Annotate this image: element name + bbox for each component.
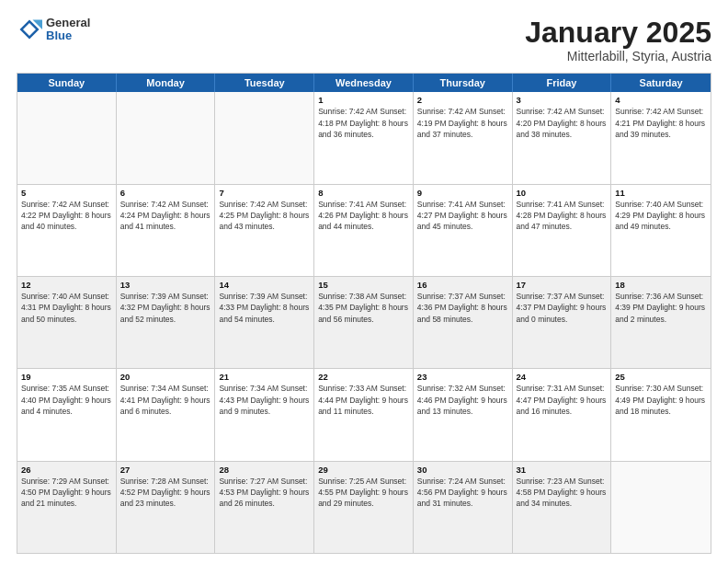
title-block: January 2025 Mitterlabill, Styria, Austr… bbox=[525, 17, 711, 63]
cell-content: Sunrise: 7:28 AM Sunset: 4:52 PM Dayligh… bbox=[120, 476, 211, 510]
calendar-header: SundayMondayTuesdayWednesdayThursdayFrid… bbox=[17, 74, 711, 92]
cell-content: Sunrise: 7:36 AM Sunset: 4:39 PM Dayligh… bbox=[615, 291, 707, 325]
calendar-cell: 13Sunrise: 7:39 AM Sunset: 4:32 PM Dayli… bbox=[117, 277, 216, 368]
day-number: 2 bbox=[417, 95, 508, 105]
calendar-cell: 14Sunrise: 7:39 AM Sunset: 4:33 PM Dayli… bbox=[215, 277, 314, 368]
day-number: 8 bbox=[318, 188, 409, 198]
calendar-cell: 26Sunrise: 7:29 AM Sunset: 4:50 PM Dayli… bbox=[17, 462, 117, 553]
cell-content: Sunrise: 7:39 AM Sunset: 4:32 PM Dayligh… bbox=[120, 291, 211, 325]
header: General Blue January 2025 Mitterlabill, … bbox=[17, 17, 711, 63]
calendar-cell: 17Sunrise: 7:37 AM Sunset: 4:37 PM Dayli… bbox=[513, 277, 612, 368]
day-number: 31 bbox=[517, 465, 608, 475]
location: Mitterlabill, Styria, Austria bbox=[525, 49, 711, 63]
calendar-cell: 18Sunrise: 7:36 AM Sunset: 4:39 PM Dayli… bbox=[611, 277, 711, 368]
day-number: 24 bbox=[517, 372, 608, 382]
cell-content: Sunrise: 7:32 AM Sunset: 4:46 PM Dayligh… bbox=[417, 383, 508, 417]
logo: General Blue bbox=[17, 17, 90, 43]
logo-general-text: General bbox=[46, 17, 90, 29]
calendar-cell: 28Sunrise: 7:27 AM Sunset: 4:53 PM Dayli… bbox=[215, 462, 314, 553]
weekday-header: Thursday bbox=[414, 74, 513, 92]
calendar-cell: 6Sunrise: 7:42 AM Sunset: 4:24 PM Daylig… bbox=[117, 185, 216, 276]
logo-blue-text: Blue bbox=[46, 29, 90, 42]
cell-content: Sunrise: 7:41 AM Sunset: 4:27 PM Dayligh… bbox=[417, 199, 508, 233]
day-number: 4 bbox=[615, 95, 707, 105]
cell-content: Sunrise: 7:35 AM Sunset: 4:40 PM Dayligh… bbox=[21, 383, 112, 417]
calendar-cell bbox=[611, 462, 711, 553]
cell-content: Sunrise: 7:37 AM Sunset: 4:37 PM Dayligh… bbox=[517, 291, 608, 325]
logo-icon bbox=[17, 17, 42, 42]
calendar-cell: 22Sunrise: 7:33 AM Sunset: 4:44 PM Dayli… bbox=[314, 369, 414, 460]
day-number: 11 bbox=[615, 188, 707, 198]
cell-content: Sunrise: 7:38 AM Sunset: 4:35 PM Dayligh… bbox=[318, 291, 409, 325]
calendar-cell: 4Sunrise: 7:42 AM Sunset: 4:21 PM Daylig… bbox=[611, 92, 711, 183]
day-number: 19 bbox=[21, 372, 112, 382]
day-number: 3 bbox=[517, 95, 608, 105]
cell-content: Sunrise: 7:34 AM Sunset: 4:43 PM Dayligh… bbox=[219, 383, 310, 417]
calendar-row: 19Sunrise: 7:35 AM Sunset: 4:40 PM Dayli… bbox=[17, 369, 711, 461]
calendar-cell: 2Sunrise: 7:42 AM Sunset: 4:19 PM Daylig… bbox=[414, 92, 513, 183]
cell-content: Sunrise: 7:30 AM Sunset: 4:49 PM Dayligh… bbox=[615, 383, 707, 417]
calendar-row: 26Sunrise: 7:29 AM Sunset: 4:50 PM Dayli… bbox=[17, 462, 711, 553]
cell-content: Sunrise: 7:42 AM Sunset: 4:20 PM Dayligh… bbox=[517, 106, 608, 140]
calendar-cell: 20Sunrise: 7:34 AM Sunset: 4:41 PM Dayli… bbox=[117, 369, 216, 460]
calendar-cell: 30Sunrise: 7:24 AM Sunset: 4:56 PM Dayli… bbox=[414, 462, 513, 553]
calendar-body: 1Sunrise: 7:42 AM Sunset: 4:18 PM Daylig… bbox=[17, 92, 711, 553]
weekday-header: Sunday bbox=[17, 74, 117, 92]
calendar: SundayMondayTuesdayWednesdayThursdayFrid… bbox=[17, 73, 711, 554]
calendar-cell: 29Sunrise: 7:25 AM Sunset: 4:55 PM Dayli… bbox=[314, 462, 414, 553]
day-number: 29 bbox=[318, 465, 409, 475]
page: General Blue January 2025 Mitterlabill, … bbox=[0, 0, 728, 563]
day-number: 9 bbox=[417, 188, 508, 198]
cell-content: Sunrise: 7:33 AM Sunset: 4:44 PM Dayligh… bbox=[318, 383, 409, 417]
cell-content: Sunrise: 7:41 AM Sunset: 4:26 PM Dayligh… bbox=[318, 199, 409, 233]
day-number: 18 bbox=[615, 280, 707, 290]
day-number: 28 bbox=[219, 465, 310, 475]
calendar-cell bbox=[17, 92, 117, 183]
day-number: 26 bbox=[21, 465, 112, 475]
day-number: 10 bbox=[517, 188, 608, 198]
calendar-cell: 23Sunrise: 7:32 AM Sunset: 4:46 PM Dayli… bbox=[414, 369, 513, 460]
day-number: 13 bbox=[120, 280, 211, 290]
calendar-cell bbox=[215, 92, 314, 183]
day-number: 23 bbox=[417, 372, 508, 382]
cell-content: Sunrise: 7:42 AM Sunset: 4:18 PM Dayligh… bbox=[318, 106, 409, 140]
calendar-cell: 19Sunrise: 7:35 AM Sunset: 4:40 PM Dayli… bbox=[17, 369, 117, 460]
weekday-header: Saturday bbox=[611, 74, 711, 92]
calendar-cell: 10Sunrise: 7:41 AM Sunset: 4:28 PM Dayli… bbox=[513, 185, 612, 276]
weekday-header: Monday bbox=[117, 74, 216, 92]
day-number: 16 bbox=[417, 280, 508, 290]
calendar-cell: 21Sunrise: 7:34 AM Sunset: 4:43 PM Dayli… bbox=[215, 369, 314, 460]
logo-text: General Blue bbox=[46, 17, 90, 43]
calendar-cell: 27Sunrise: 7:28 AM Sunset: 4:52 PM Dayli… bbox=[117, 462, 216, 553]
cell-content: Sunrise: 7:42 AM Sunset: 4:22 PM Dayligh… bbox=[21, 199, 112, 233]
calendar-cell: 5Sunrise: 7:42 AM Sunset: 4:22 PM Daylig… bbox=[17, 185, 117, 276]
day-number: 12 bbox=[21, 280, 112, 290]
calendar-row: 12Sunrise: 7:40 AM Sunset: 4:31 PM Dayli… bbox=[17, 277, 711, 369]
cell-content: Sunrise: 7:41 AM Sunset: 4:28 PM Dayligh… bbox=[517, 199, 608, 233]
cell-content: Sunrise: 7:42 AM Sunset: 4:19 PM Dayligh… bbox=[417, 106, 508, 140]
day-number: 7 bbox=[219, 188, 310, 198]
cell-content: Sunrise: 7:39 AM Sunset: 4:33 PM Dayligh… bbox=[219, 291, 310, 325]
calendar-cell: 25Sunrise: 7:30 AM Sunset: 4:49 PM Dayli… bbox=[611, 369, 711, 460]
calendar-cell bbox=[117, 92, 216, 183]
day-number: 27 bbox=[120, 465, 211, 475]
calendar-row: 1Sunrise: 7:42 AM Sunset: 4:18 PM Daylig… bbox=[17, 92, 711, 184]
calendar-cell: 8Sunrise: 7:41 AM Sunset: 4:26 PM Daylig… bbox=[314, 185, 414, 276]
weekday-header: Friday bbox=[513, 74, 612, 92]
calendar-cell: 9Sunrise: 7:41 AM Sunset: 4:27 PM Daylig… bbox=[414, 185, 513, 276]
day-number: 20 bbox=[120, 372, 211, 382]
calendar-cell: 11Sunrise: 7:40 AM Sunset: 4:29 PM Dayli… bbox=[611, 185, 711, 276]
day-number: 15 bbox=[318, 280, 409, 290]
cell-content: Sunrise: 7:23 AM Sunset: 4:58 PM Dayligh… bbox=[517, 476, 608, 510]
calendar-cell: 31Sunrise: 7:23 AM Sunset: 4:58 PM Dayli… bbox=[513, 462, 612, 553]
cell-content: Sunrise: 7:42 AM Sunset: 4:24 PM Dayligh… bbox=[120, 199, 211, 233]
calendar-cell: 12Sunrise: 7:40 AM Sunset: 4:31 PM Dayli… bbox=[17, 277, 117, 368]
cell-content: Sunrise: 7:25 AM Sunset: 4:55 PM Dayligh… bbox=[318, 476, 409, 510]
cell-content: Sunrise: 7:42 AM Sunset: 4:21 PM Dayligh… bbox=[615, 106, 707, 140]
cell-content: Sunrise: 7:40 AM Sunset: 4:29 PM Dayligh… bbox=[615, 199, 707, 233]
cell-content: Sunrise: 7:31 AM Sunset: 4:47 PM Dayligh… bbox=[517, 383, 608, 417]
calendar-cell: 7Sunrise: 7:42 AM Sunset: 4:25 PM Daylig… bbox=[215, 185, 314, 276]
day-number: 30 bbox=[417, 465, 508, 475]
cell-content: Sunrise: 7:42 AM Sunset: 4:25 PM Dayligh… bbox=[219, 199, 310, 233]
cell-content: Sunrise: 7:40 AM Sunset: 4:31 PM Dayligh… bbox=[21, 291, 112, 325]
